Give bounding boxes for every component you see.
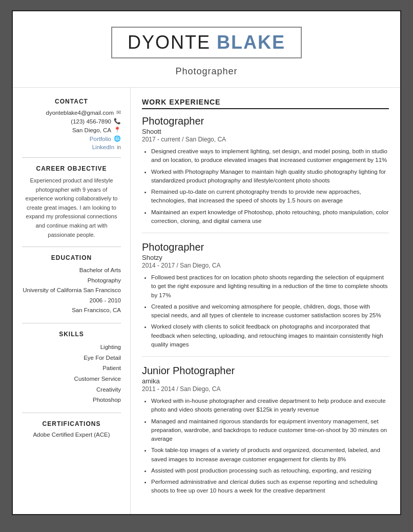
contact-section-title: CONTACT [22, 98, 121, 105]
contact-location: San Diego, CA 📍 [22, 127, 121, 133]
left-column: CONTACT dyonteblake4@gmail.com ✉ (123) 4… [13, 88, 131, 514]
job-meta: 2011 - 2014 / San Diego, CA [142, 385, 389, 393]
job-title: Photographer [142, 241, 389, 253]
web-icon: 🌐 [114, 135, 121, 142]
job-bullets: Worked with in-house photographer and cr… [142, 397, 389, 496]
skills-section-title: SKILLS [22, 331, 121, 338]
career-objective-section: CAREER OBJECTIVE Experienced product and… [22, 165, 121, 239]
job-title: Photographer [142, 115, 389, 127]
job-bullets: Followed best practices for on location … [142, 273, 389, 349]
job-divider [142, 356, 389, 357]
job-bullet-item: Worked with in-house photographer and cr… [151, 397, 389, 415]
jobs-container: PhotographerShoott2017 - current / San D… [142, 115, 389, 496]
header-section: DYONTE BLAKE Photographer [13, 11, 400, 88]
location-icon: 📍 [114, 127, 121, 133]
certifications-section-title: CERTIFICATIONS [22, 420, 121, 427]
skills-section: SKILLS LightingEye For DetailPatientCust… [22, 331, 121, 405]
location-text: San Diego, CA [72, 127, 111, 133]
job-bullet-item: Worked closely with clients to solicit f… [151, 322, 389, 349]
certifications-list: Adobe Certified Expert (ACE) [22, 432, 121, 438]
linkedin-link[interactable]: LinkedIn [92, 144, 114, 150]
skill-item: Patient [22, 363, 121, 374]
contact-portfolio[interactable]: Portfolio 🌐 [22, 135, 121, 142]
education-section: EDUCATION Bachelor of Arts Photography U… [22, 254, 121, 316]
education-section-title: EDUCATION [22, 254, 121, 261]
education-field: Photography [22, 276, 121, 286]
cert-item: Adobe Certified Expert (ACE) [22, 432, 121, 438]
last-name: BLAKE [217, 32, 285, 53]
job-bullets: Designed creative ways to implement ligh… [142, 147, 389, 226]
contact-email: dyonteblake4@gmail.com ✉ [22, 109, 121, 116]
job-bullet-item: Remained up-to-date on current photograp… [151, 188, 389, 206]
contact-linkedin[interactable]: LinkedIn in [22, 144, 121, 150]
job-bullet-item: Followed best practices for on location … [151, 273, 389, 300]
divider-2 [22, 247, 121, 247]
education-degree: Bachelor of Arts [22, 265, 121, 276]
phone-icon: 📞 [114, 118, 121, 125]
job-meta: 2017 - current / San Diego, CA [142, 136, 389, 143]
skill-item: Eye For Detail [22, 353, 121, 363]
resume-container: DYONTE BLAKE Photographer CONTACT dyonte… [12, 10, 401, 515]
skill-item: Lighting [22, 342, 121, 353]
job-company: amika [142, 377, 389, 385]
skill-item: Customer Service [22, 374, 121, 384]
job-block: PhotographerShoott2017 - current / San D… [142, 115, 389, 233]
work-experience-title: WORK EXPERIENCE [142, 98, 389, 109]
linkedin-icon: in [117, 145, 121, 150]
main-body: CONTACT dyonteblake4@gmail.com ✉ (123) 4… [13, 88, 400, 514]
job-bullet-item: Performed administrative and clerical du… [151, 478, 389, 496]
education-school: University of California San Francisco [22, 285, 121, 296]
email-text: dyonteblake4@gmail.com [46, 110, 114, 116]
job-block: Junior Photographeramika2011 - 2014 / Sa… [142, 365, 389, 496]
header-title: Photographer [23, 66, 390, 77]
education-block: Bachelor of Arts Photography University … [22, 265, 121, 316]
header-name: DYONTE BLAKE [111, 27, 302, 58]
right-column: WORK EXPERIENCE PhotographerShoott2017 -… [131, 88, 400, 514]
job-meta: 2014 - 2017 / San Diego, CA [142, 262, 389, 269]
skill-item: Creativity [22, 384, 121, 395]
divider-1 [22, 157, 121, 158]
divider-4 [22, 413, 121, 413]
job-bullet-item: Managed and maintained rigorous standard… [151, 417, 389, 444]
phone-text: (123) 456-7890 [71, 118, 111, 125]
contact-phone: (123) 456-7890 📞 [22, 118, 121, 125]
first-name: DYONTE [128, 32, 217, 53]
skill-item: Photoshop [22, 395, 121, 405]
contact-section: CONTACT dyonteblake4@gmail.com ✉ (123) 4… [22, 98, 121, 150]
certifications-section: CERTIFICATIONS Adobe Certified Expert (A… [22, 420, 121, 438]
job-divider [142, 233, 389, 233]
education-location: San Francisco, CA [22, 305, 121, 316]
education-years: 2006 - 2010 [22, 296, 121, 306]
divider-3 [22, 323, 121, 323]
job-title: Junior Photographer [142, 365, 389, 377]
job-bullet-item: Assisted with post production processing… [151, 466, 389, 475]
email-icon: ✉ [116, 109, 121, 116]
job-bullet-item: Worked with Photography Manager to maint… [151, 168, 389, 186]
job-bullet-item: Created a positive and welcoming atmosph… [151, 302, 389, 320]
career-text: Experienced product and lifestyle photog… [22, 176, 121, 239]
portfolio-link[interactable]: Portfolio [90, 136, 111, 142]
job-company: Shotzy [142, 254, 389, 261]
career-section-title: CAREER OBJECTIVE [22, 165, 121, 172]
job-block: PhotographerShotzy2014 - 2017 / San Dieg… [142, 241, 389, 357]
job-bullet-item: Designed creative ways to implement ligh… [151, 147, 389, 165]
job-bullet-item: Maintained an expert knowledge of Photos… [151, 208, 389, 226]
job-bullet-item: Took table-top images of a variety of pr… [151, 446, 389, 464]
skills-list: LightingEye For DetailPatientCustomer Se… [22, 342, 121, 405]
job-company: Shoott [142, 128, 389, 135]
